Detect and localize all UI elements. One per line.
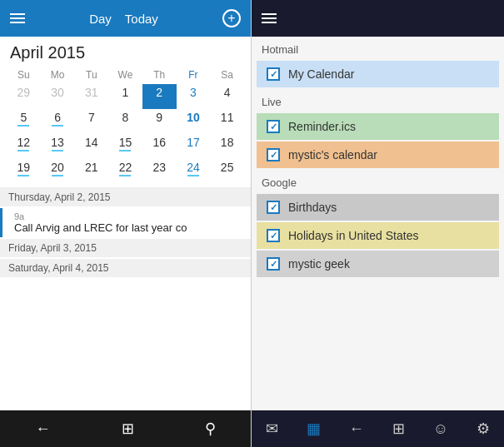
cal-day[interactable]: 6 — [41, 109, 75, 134]
cal-day[interactable]: 3 — [177, 84, 211, 109]
calendar-name: Birthdays — [288, 201, 337, 214]
cal-day[interactable]: 24 — [177, 159, 211, 184]
checkbox-birthdays[interactable] — [267, 201, 280, 214]
calendar-mystic-geek[interactable]: mystic geek — [257, 251, 499, 277]
week-3: 12 13 14 15 16 17 18 — [7, 134, 244, 159]
cal-day-today[interactable]: 10 — [177, 109, 211, 134]
back-button[interactable]: ← — [36, 420, 51, 438]
cal-day-selected[interactable]: 2 — [142, 84, 177, 109]
event-time: 9a — [14, 211, 242, 221]
left-header: Day Today + — [0, 0, 251, 37]
cal-day[interactable]: 21 — [74, 159, 108, 184]
date-header-2: Friday, April 3, 2015 — [0, 239, 251, 257]
calendars-list: Hotmail My Calendar Live Reminder.ics my… — [252, 37, 504, 410]
cal-day[interactable]: 16 — [142, 134, 177, 159]
cal-day[interactable]: 12 — [7, 134, 41, 159]
calendar-grid: Su Mo Tu We Th Fr Sa 29 30 31 1 2 3 4 5 … — [0, 66, 251, 184]
section-google: Google — [252, 170, 504, 192]
calendar-holidays[interactable]: Holidays in United States — [257, 222, 499, 249]
checkbox-my-calendar[interactable] — [267, 67, 280, 81]
cal-day[interactable]: 17 — [177, 134, 211, 159]
cal-day[interactable]: 5 — [7, 109, 41, 134]
calendar-name: My Calendar — [288, 67, 354, 81]
right-bottom-bar: ✉ ▦ ← ⊞ ☺ ⚙ — [252, 410, 504, 447]
cal-day[interactable]: 8 — [108, 109, 142, 134]
cal-day[interactable]: 19 — [7, 159, 41, 184]
cal-day[interactable]: 23 — [142, 159, 177, 184]
checkbox-reminder[interactable] — [267, 120, 280, 133]
col-fr: Fr — [177, 67, 211, 82]
cal-day[interactable]: 15 — [108, 134, 142, 159]
today-button[interactable]: Today — [122, 10, 162, 27]
menu-icon[interactable] — [10, 13, 25, 23]
date-header-3: Saturday, April 4, 2015 — [0, 259, 251, 277]
cal-day[interactable]: 4 — [210, 84, 244, 109]
col-we: We — [108, 67, 142, 82]
header-center: Day Today — [86, 10, 162, 27]
cal-day[interactable]: 18 — [210, 134, 244, 159]
calendar-name: Holidays in United States — [288, 229, 418, 242]
date-header-1: Thursday, April 2, 2015 — [0, 188, 251, 206]
event-title: Call Arvig and LREC for last year co — [14, 221, 242, 234]
day-button[interactable]: Day — [86, 10, 115, 27]
cal-day[interactable]: 29 — [7, 84, 41, 109]
col-tu: Tu — [74, 67, 108, 82]
left-panel: Day Today + April 2015 Su Mo Tu We Th Fr… — [0, 0, 252, 447]
left-bottom-bar: ← ⊞ ⚲ — [0, 410, 251, 447]
col-mo: Mo — [41, 67, 75, 82]
col-th: Th — [142, 67, 177, 82]
right-header — [252, 0, 504, 37]
month-title: April 2015 — [0, 37, 251, 66]
checkbox-mystic[interactable] — [267, 148, 280, 161]
calendar-name: mystic geek — [288, 257, 350, 271]
calendar-name: mystic's calendar — [288, 148, 377, 161]
home-button[interactable]: ⊞ — [122, 420, 134, 438]
checkbox-holidays[interactable] — [267, 229, 280, 242]
calendar-name: Reminder.ics — [288, 120, 356, 133]
week-1: 29 30 31 1 2 3 4 — [7, 84, 244, 109]
col-sa: Sa — [210, 67, 244, 82]
week-4: 19 20 21 22 23 24 25 — [7, 159, 244, 184]
checkbox-mystic-geek[interactable] — [267, 257, 280, 271]
cal-day[interactable]: 25 — [210, 159, 244, 184]
calendar-birthdays[interactable]: Birthdays — [257, 194, 499, 221]
cal-day[interactable]: 13 — [41, 134, 75, 159]
calendar-mystic[interactable]: mystic's calendar — [257, 142, 499, 168]
right-menu-icon[interactable] — [262, 13, 277, 23]
calendar-my-calendar[interactable]: My Calendar — [257, 61, 499, 87]
cal-day[interactable]: 1 — [108, 84, 142, 109]
cal-day[interactable]: 7 — [74, 109, 108, 134]
section-hotmail: Hotmail — [252, 37, 504, 59]
day-headers: Su Mo Tu We Th Fr Sa — [7, 66, 244, 84]
cal-day[interactable]: 14 — [74, 134, 108, 159]
back-button-right[interactable]: ← — [349, 420, 364, 438]
settings-icon[interactable]: ⚙ — [477, 420, 490, 438]
event-item[interactable]: 9a Call Arvig and LREC for last year co — [0, 208, 251, 237]
add-event-button[interactable]: + — [222, 9, 241, 27]
calendar-icon[interactable]: ▦ — [307, 420, 321, 438]
cal-day[interactable]: 31 — [74, 84, 108, 109]
search-button[interactable]: ⚲ — [205, 420, 216, 438]
week-2: 5 6 7 8 9 10 11 — [7, 109, 244, 134]
events-list: Thursday, April 2, 2015 9a Call Arvig an… — [0, 187, 251, 410]
section-live: Live — [252, 89, 504, 112]
home-button-right[interactable]: ⊞ — [392, 420, 405, 438]
mail-icon[interactable]: ✉ — [266, 420, 278, 438]
right-panel: Hotmail My Calendar Live Reminder.ics my… — [252, 0, 504, 447]
cal-day[interactable]: 22 — [108, 159, 142, 184]
cal-day[interactable]: 9 — [142, 109, 177, 134]
calendar-reminder[interactable]: Reminder.ics — [257, 113, 499, 140]
cal-day[interactable]: 11 — [210, 109, 244, 134]
people-icon[interactable]: ☺ — [433, 420, 448, 438]
cal-day[interactable]: 20 — [41, 159, 75, 184]
cal-day[interactable]: 30 — [41, 84, 75, 109]
col-su: Su — [7, 67, 41, 82]
